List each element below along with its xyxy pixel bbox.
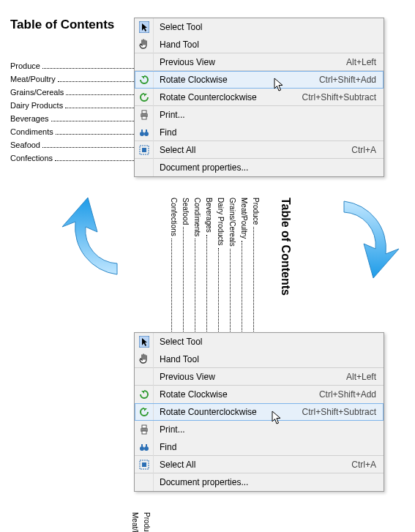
printer-icon — [135, 106, 154, 124]
printer-icon — [135, 421, 154, 438]
document-bottom-peek: Produce2Meat/Poultry3Grains/Cereals4Dair… — [131, 512, 329, 532]
svg-rect-19 — [142, 462, 146, 467]
menu-item-select-tool[interactable]: Select Tool — [135, 18, 384, 36]
menu-item-hand-tool[interactable]: Hand Tool — [135, 36, 384, 53]
menu-item-label: Select All — [154, 145, 351, 155]
menu-item-document-properties[interactable]: Document properties... — [135, 159, 384, 176]
menu-item-previous-view[interactable]: Previous View Alt+Left — [135, 53, 384, 71]
menu-item-label: Document properties... — [154, 477, 384, 487]
menu-item-rotate-clockwise[interactable]: Rotate Clockwise Ctrl+Shift+Add — [135, 386, 384, 403]
toc-label: Meat/Poultry — [131, 512, 139, 532]
svg-point-14 — [140, 446, 144, 451]
menu-item-label: Document properties... — [154, 162, 384, 173]
blank-icon — [135, 53, 154, 71]
toc-label: Grains/Cereals — [10, 88, 64, 97]
menu-item-print[interactable]: Print... — [135, 421, 384, 438]
cursor-icon — [135, 18, 154, 36]
toc-label: Confections — [170, 198, 178, 236]
hand-icon — [135, 36, 154, 53]
menu-item-label: Find — [154, 127, 384, 138]
svg-rect-16 — [141, 444, 143, 446]
menu-item-document-properties[interactable]: Document properties... — [135, 473, 384, 491]
menu-item-label: Hand Tool — [154, 354, 384, 364]
toc-label: Grains/Cereals — [228, 198, 236, 247]
svg-rect-17 — [146, 444, 147, 446]
menu-item-select-tool[interactable]: Select Tool — [135, 333, 384, 351]
svg-rect-3 — [142, 116, 146, 119]
menu-item-label: Find — [154, 442, 384, 452]
toc-label: Condiments — [193, 198, 201, 236]
menu-item-print[interactable]: Print... — [135, 106, 384, 124]
toc-line: Produce2 — [143, 512, 151, 532]
menu-item-find[interactable]: Find — [135, 438, 384, 456]
select-all-icon — [135, 141, 154, 159]
menu-item-previous-view[interactable]: Previous View Alt+Left — [135, 368, 384, 386]
context-menu-bottom: Select Tool Hand Tool Previous View Alt+… — [134, 332, 384, 492]
menu-item-shortcut: Ctrl+Shift+Add — [319, 389, 384, 400]
hand-icon — [135, 351, 154, 368]
svg-point-5 — [144, 132, 149, 136]
svg-rect-6 — [141, 130, 143, 132]
menu-item-label: Select Tool — [154, 337, 384, 347]
svg-rect-9 — [142, 148, 146, 152]
menu-item-find[interactable]: Find — [135, 124, 384, 141]
menu-item-label: Rotate Counterclockwise — [154, 92, 302, 102]
blank-icon — [135, 368, 154, 386]
rotate-ccw-icon — [135, 89, 154, 106]
menu-item-select-all[interactable]: Select All Ctrl+A — [135, 456, 384, 473]
menu-item-label: Previous View — [154, 57, 346, 67]
toc-label: Confections — [10, 154, 53, 162]
menu-item-label: Rotate Clockwise — [154, 75, 319, 85]
toc-label: Beverages — [10, 114, 49, 123]
svg-rect-12 — [142, 425, 146, 428]
toc-label: Dairy Products — [217, 198, 225, 246]
menu-item-rotate-counterclockwise[interactable]: Rotate Counterclockwise Ctrl+Shift+Subtr… — [135, 89, 384, 106]
menu-item-shortcut: Ctrl+A — [351, 460, 384, 470]
toc-label: Condiments — [10, 127, 53, 136]
menu-item-shortcut: Alt+Left — [346, 372, 384, 382]
toc-label: Seafood — [10, 141, 40, 149]
rotate-cw-icon — [135, 386, 154, 403]
context-menu-top: Select Tool Hand Tool Previous View Alt+… — [134, 18, 384, 177]
svg-point-15 — [144, 446, 149, 451]
svg-rect-13 — [142, 431, 146, 434]
blank-icon — [135, 473, 154, 491]
toc-label: Seafood — [182, 198, 190, 225]
menu-item-label: Rotate Clockwise — [154, 389, 319, 400]
menu-item-label: Previous View — [154, 372, 346, 382]
blank-icon — [135, 159, 154, 176]
svg-point-4 — [140, 132, 144, 136]
rotate-ccw-icon — [135, 403, 154, 421]
toc-label: Produce — [143, 512, 151, 532]
select-all-icon — [135, 456, 154, 473]
menu-item-shortcut: Ctrl+A — [351, 145, 384, 155]
menu-item-shortcut: Alt+Left — [346, 57, 384, 67]
menu-item-shortcut: Ctrl+Shift+Add — [319, 75, 384, 85]
arrow-counterclockwise-illustration — [55, 194, 128, 282]
toc-label: Produce — [10, 61, 40, 70]
menu-item-rotate-clockwise[interactable]: Rotate Clockwise Ctrl+Shift+Add — [135, 71, 384, 89]
binoculars-icon — [135, 124, 154, 141]
toc-label: Meat/Poultry — [10, 75, 56, 83]
menu-item-label: Select Tool — [154, 22, 384, 32]
toc-line: Meat/Poultry3 — [131, 512, 139, 532]
svg-rect-2 — [142, 110, 146, 113]
toc-label: Beverages — [205, 198, 213, 233]
toc-label: Dairy Products — [10, 101, 63, 110]
menu-item-label: Print... — [154, 110, 384, 120]
toc-label: Meat/Poultry — [240, 198, 248, 239]
binoculars-icon — [135, 438, 154, 456]
menu-item-label: Print... — [154, 424, 384, 435]
menu-item-select-all[interactable]: Select All Ctrl+A — [135, 141, 384, 159]
arrow-clockwise-illustration — [333, 194, 406, 282]
menu-item-hand-tool[interactable]: Hand Tool — [135, 351, 384, 368]
menu-item-label: Select All — [154, 460, 351, 470]
cursor-icon — [135, 333, 154, 351]
svg-rect-7 — [146, 130, 147, 132]
menu-item-shortcut: Ctrl+Shift+Subtract — [302, 92, 384, 102]
menu-item-rotate-counterclockwise[interactable]: Rotate Counterclockwise Ctrl+Shift+Subtr… — [135, 403, 384, 421]
toc-label: Produce — [252, 198, 260, 225]
rotate-cw-icon — [135, 71, 154, 89]
menu-item-label: Hand Tool — [154, 40, 384, 50]
menu-item-label: Rotate Counterclockwise — [154, 407, 302, 417]
